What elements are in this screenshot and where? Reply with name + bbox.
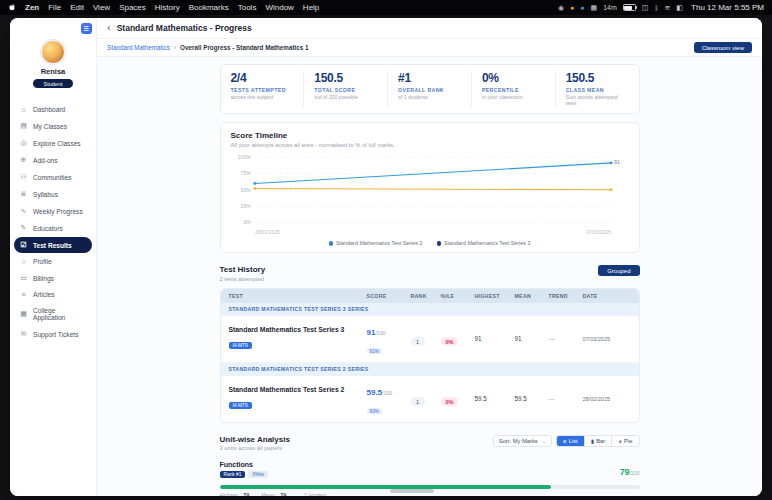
stage-manager-icon[interactable]: ▦ xyxy=(591,4,598,11)
battery-icon[interactable] xyxy=(623,4,636,11)
sidebar-item-label: Weekly Progress xyxy=(33,208,83,215)
menubar-app-name[interactable]: Zen xyxy=(25,3,39,12)
breadcrumb-root-link[interactable]: Standard Mathematics xyxy=(107,44,170,51)
stat-value: 0% xyxy=(482,72,545,86)
table-group-header: STANDARD MATHEMATICS TEST SERIES 3 SERIE… xyxy=(221,303,639,316)
column-header-mean: MEAN xyxy=(515,293,549,299)
legend-label: Standard Mathematics Test Series 3 xyxy=(444,240,531,246)
unit-students: 1 student xyxy=(304,492,326,496)
breadcrumb: Standard Mathematics › Overall Progress … xyxy=(97,39,762,57)
stat-tests-attempted: 2/4 TESTS ATTEMPTED across this subject xyxy=(221,71,304,107)
unitwise-analysis-section: Unit-wise Analysis 3 units across all pa… xyxy=(220,435,640,496)
classroom-view-button[interactable]: Classroom view xyxy=(694,42,752,53)
unit-highest: 79 xyxy=(243,492,249,496)
stat-label: OVERALL RANK xyxy=(398,87,461,93)
screen-record-icon[interactable]: ◉ xyxy=(558,4,564,11)
menubar-item-history[interactable]: History xyxy=(155,3,180,12)
control-center-icon[interactable]: ◧ xyxy=(676,4,683,11)
sidebar-item-communities[interactable]: ⚇Communities xyxy=(14,169,92,185)
sidebar-item-support-tickets[interactable]: ✉Support Tickets xyxy=(14,326,92,342)
sidebar-item-label: Syllabus xyxy=(33,191,58,198)
mean-value: 91 xyxy=(515,335,549,342)
apple-menu-icon[interactable] xyxy=(8,3,16,12)
menubar-item-edit[interactable]: Edit xyxy=(70,3,84,12)
grouped-button[interactable]: Grouped xyxy=(598,265,639,276)
view-bar-button[interactable]: ▮Bar xyxy=(584,436,612,446)
column-header-trend: TREND xyxy=(549,293,583,299)
dot-separator: · xyxy=(298,492,300,496)
status-dot-orange-icon[interactable]: ● xyxy=(570,4,574,11)
score-timeline-chart: 0%25%50%75%100%28/02/202507/03/202591 xyxy=(231,151,629,239)
stat-label: TOTAL SCORE xyxy=(314,87,377,93)
table-row[interactable]: Standard Mathematics Test Series 2 IA MT… xyxy=(221,376,639,422)
sidebar-nav: ⌂Dashboard ▤My Classes ◎Explore Classes … xyxy=(10,102,96,342)
user-name: Renisa xyxy=(10,67,96,76)
add-ons-icon: ⊕ xyxy=(19,156,28,164)
stat-value: 150.5 xyxy=(566,72,629,86)
test-type-badge: IA MT9 xyxy=(229,402,252,409)
score-percent-chip: 91% xyxy=(367,348,383,354)
educator-icon: ✎ xyxy=(19,224,28,232)
avatar xyxy=(41,40,65,64)
back-chevron-icon[interactable]: ‹ xyxy=(107,22,111,33)
unit-progress-fill xyxy=(220,485,552,489)
wifi-icon[interactable]: ≋ xyxy=(665,4,671,11)
menubar-item-bookmarks[interactable]: Bookmarks xyxy=(189,3,229,12)
score-max: /100 xyxy=(375,330,385,336)
sidebar-item-label: Articles xyxy=(33,291,55,298)
stat-sub: in your classroom xyxy=(482,94,545,100)
sidebar-item-profile[interactable]: ○Profile xyxy=(14,254,92,269)
sort-dropdown[interactable]: Sort: My Marks ⌄ xyxy=(493,435,552,447)
trend-dash-icon: — xyxy=(549,395,583,402)
menubar-item-view[interactable]: View xyxy=(93,3,110,12)
highest-value: 59.5 xyxy=(475,395,515,402)
sidebar-item-my-classes[interactable]: ▤My Classes xyxy=(14,118,92,134)
percentile-badge: 0% xyxy=(441,397,459,406)
sidebar-item-label: Add-ons xyxy=(33,157,58,164)
menubar-item-file[interactable]: File xyxy=(48,3,61,12)
sidebar-item-weekly-progress[interactable]: ∿Weekly Progress xyxy=(14,203,92,219)
sidebar-item-educators[interactable]: ✎Educators xyxy=(14,220,92,236)
sidebar-item-billings[interactable]: ▭Billings xyxy=(14,270,92,286)
view-segmented-control: ≡List ▮Bar ◕Pie xyxy=(556,435,640,447)
score-timeline-card: Score Timeline All your attempts across … xyxy=(220,122,640,253)
table-row[interactable]: Standard Mathematics Test Series 3 IA MT… xyxy=(221,316,639,363)
stat-total-score: 150.5 TOTAL SCORE out of 200 possible xyxy=(303,71,387,107)
sidebar-item-label: Explore Classes xyxy=(33,140,81,147)
sidebar-item-syllabus[interactable]: ≣Syllabus xyxy=(14,186,92,202)
test-history-subtitle: 2 tests attempted xyxy=(220,276,266,282)
menubar-item-tools[interactable]: Tools xyxy=(238,3,257,12)
stat-sub: out of 200 possible xyxy=(314,94,377,100)
menubar-clock[interactable]: Thu 12 Mar 5:55 PM xyxy=(691,3,764,12)
view-pie-button[interactable]: ◕Pie xyxy=(611,436,638,446)
unit-mean: 79 xyxy=(280,492,286,496)
menubar-item-help[interactable]: Help xyxy=(303,3,319,12)
sidebar-item-college-application[interactable]: ▦College Application xyxy=(14,303,92,325)
unitwise-title: Unit-wise Analysis xyxy=(220,435,290,444)
sidebar-item-add-ons[interactable]: ⊕Add-ons xyxy=(14,152,92,168)
bluetooth-icon[interactable]: ᛒ xyxy=(654,4,658,11)
test-name: Standard Mathematics Test Series 3 xyxy=(229,326,367,333)
sidebar-item-explore-classes[interactable]: ◎Explore Classes xyxy=(14,135,92,151)
horizontal-scrollbar[interactable] xyxy=(390,489,434,493)
role-badge: Student xyxy=(33,79,74,88)
menubar-item-spaces[interactable]: Spaces xyxy=(119,3,146,12)
sidebar: ☰ Renisa Student ⌂Dashboard ▤My Classes … xyxy=(10,18,97,496)
column-header-pctile: %ILE xyxy=(441,293,475,299)
list-icon: ≡ xyxy=(563,438,566,444)
sidebar-item-dashboard[interactable]: ⌂Dashboard xyxy=(14,102,92,117)
svg-text:50%: 50% xyxy=(240,186,251,192)
status-dot-blue-icon[interactable]: ● xyxy=(580,4,584,11)
sidebar-item-articles[interactable]: ≡Articles xyxy=(14,287,92,302)
main-content: ‹ Standard Mathematics - Progress Standa… xyxy=(97,18,762,496)
view-label: Pie xyxy=(624,438,632,444)
menubar-item-window[interactable]: Window xyxy=(265,3,293,12)
sidebar-item-test-results[interactable]: ☑Test Results xyxy=(14,237,92,253)
display-icon[interactable]: ◫ xyxy=(642,4,649,11)
people-icon: ⚇ xyxy=(19,173,28,181)
sidebar-toggle-button[interactable]: ☰ xyxy=(81,23,92,34)
test-results-icon: ☑ xyxy=(19,241,28,249)
svg-text:25%: 25% xyxy=(240,203,251,209)
view-list-button[interactable]: ≡List xyxy=(557,436,584,446)
stat-label: PERCENTILE xyxy=(482,87,545,93)
